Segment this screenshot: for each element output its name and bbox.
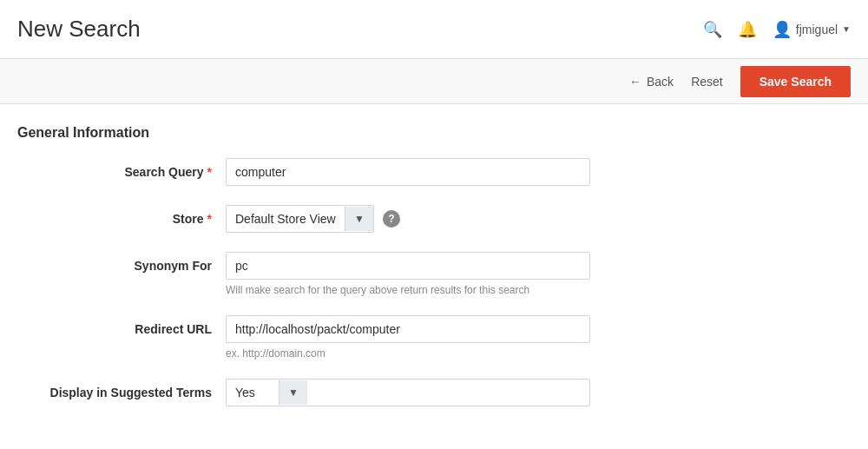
search-icon[interactable]: 🔍 bbox=[703, 20, 722, 39]
user-avatar-icon: 👤 bbox=[773, 20, 792, 39]
synonym-for-row: Synonym For Will make search for the que… bbox=[17, 252, 851, 296]
bell-icon[interactable]: 🔔 bbox=[738, 20, 757, 39]
store-field: Default Store View ▼ ? bbox=[226, 205, 590, 233]
search-query-field bbox=[226, 158, 590, 186]
required-star: * bbox=[207, 165, 212, 179]
save-search-button[interactable]: Save Search bbox=[740, 66, 851, 97]
store-select-container: Default Store View ▼ bbox=[226, 205, 374, 233]
main-content: General Information Search Query* Store*… bbox=[0, 104, 868, 446]
synonym-for-label: Synonym For bbox=[17, 252, 226, 273]
user-menu[interactable]: 👤 fjmiguel ▼ bbox=[773, 20, 851, 39]
redirect-url-label: Redirect URL bbox=[17, 315, 226, 336]
synonym-for-field: Will make search for the query above ret… bbox=[226, 252, 590, 296]
display-suggested-select-wrap: Yes No ▼ bbox=[226, 379, 590, 406]
display-suggested-field: Yes No ▼ bbox=[226, 379, 590, 406]
redirect-url-hint: ex. http://domain.com bbox=[226, 347, 590, 360]
username-label: fjmiguel bbox=[796, 23, 838, 36]
display-suggested-dropdown-arrow-icon: ▼ bbox=[279, 380, 307, 405]
page-title: New Search bbox=[17, 16, 141, 43]
header-actions: 🔍 🔔 👤 fjmiguel ▼ bbox=[703, 20, 851, 39]
back-label: Back bbox=[647, 75, 674, 89]
back-arrow-icon: ← bbox=[629, 75, 641, 89]
search-query-label: Search Query* bbox=[17, 158, 226, 179]
chevron-down-icon: ▼ bbox=[842, 24, 851, 34]
display-suggested-row: Display in Suggested Terms Yes No ▼ bbox=[17, 379, 851, 406]
store-help-icon[interactable]: ? bbox=[383, 210, 400, 228]
required-star-store: * bbox=[207, 212, 212, 226]
form: Search Query* Store* Default Store View … bbox=[17, 158, 851, 406]
synonym-for-input[interactable] bbox=[226, 252, 590, 280]
search-query-input[interactable] bbox=[226, 158, 590, 186]
redirect-url-field: ex. http://domain.com bbox=[226, 315, 590, 360]
search-query-row: Search Query* bbox=[17, 158, 851, 186]
store-dropdown-arrow-icon: ▼ bbox=[345, 207, 373, 231]
back-button[interactable]: ← Back bbox=[629, 75, 674, 89]
redirect-url-row: Redirect URL ex. http://domain.com bbox=[17, 315, 851, 360]
display-suggested-select[interactable]: Yes No bbox=[227, 380, 279, 406]
store-select[interactable]: Default Store View bbox=[227, 206, 345, 232]
display-suggested-label: Display in Suggested Terms bbox=[17, 379, 226, 399]
store-select-wrap: Default Store View ▼ ? bbox=[226, 205, 590, 233]
toolbar: ← Back Reset Save Search bbox=[0, 59, 868, 104]
section-title: General Information bbox=[17, 125, 851, 141]
synonym-for-hint: Will make search for the query above ret… bbox=[226, 284, 590, 296]
header: New Search 🔍 🔔 👤 fjmiguel ▼ bbox=[0, 0, 868, 59]
store-label: Store* bbox=[17, 205, 226, 226]
reset-button[interactable]: Reset bbox=[687, 75, 727, 89]
redirect-url-input[interactable] bbox=[226, 315, 590, 343]
store-row: Store* Default Store View ▼ ? bbox=[17, 205, 851, 233]
